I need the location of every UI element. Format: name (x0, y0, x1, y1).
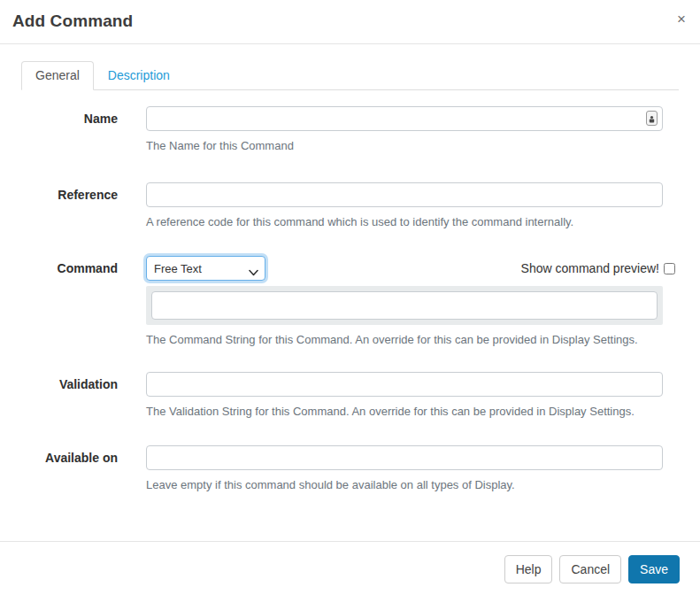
reference-input[interactable] (146, 182, 663, 207)
modal-body: General Description Name (0, 44, 700, 541)
modal-header: Add Command × (0, 0, 700, 44)
tab-general[interactable]: General (21, 61, 94, 90)
command-string-panel (146, 286, 663, 325)
command-help: The Command String for this Command. An … (146, 333, 663, 346)
available-on-label: Available on (21, 445, 118, 491)
tab-description[interactable]: Description (94, 61, 184, 90)
command-preview-label: Show command preview! (521, 261, 659, 275)
cancel-button[interactable]: Cancel (559, 555, 621, 583)
validation-label: Validation (21, 372, 118, 418)
validation-input[interactable] (146, 372, 663, 397)
tab-content-general: Name The Name for this Command (21, 90, 679, 491)
form-row-command: Command Free Text (21, 256, 679, 346)
name-help: The Name for this Command (146, 139, 663, 152)
form-row-name: Name The Name for this Command (21, 106, 679, 152)
close-icon[interactable]: × (677, 12, 686, 27)
command-preview-checkbox[interactable] (664, 263, 675, 274)
form-row-validation: Validation The Validation String for thi… (21, 372, 679, 418)
validation-help: The Validation String for this Command. … (146, 405, 663, 418)
command-label: Command (21, 256, 118, 346)
command-preview-toggle: Show command preview! (521, 261, 675, 275)
add-command-modal: Add Command × General Description Name (0, 0, 700, 595)
reference-help: A reference code for this command which … (146, 215, 663, 228)
modal-title: Add Command (12, 12, 687, 31)
form-row-reference: Reference A reference code for this comm… (21, 182, 679, 228)
tab-bar: General Description (21, 61, 679, 90)
help-button[interactable]: Help (504, 555, 553, 583)
modal-footer: Help Cancel Save (0, 541, 700, 595)
save-button[interactable]: Save (628, 555, 680, 583)
command-type-select[interactable]: Free Text (146, 256, 265, 281)
available-on-help: Leave empty if this command should be av… (146, 478, 663, 491)
name-label: Name (21, 106, 118, 152)
available-on-input[interactable] (146, 445, 663, 470)
name-input[interactable] (146, 106, 663, 131)
reference-label: Reference (21, 182, 118, 228)
command-string-input[interactable] (151, 291, 658, 320)
form-row-available-on: Available on Leave empty if this command… (21, 445, 679, 491)
